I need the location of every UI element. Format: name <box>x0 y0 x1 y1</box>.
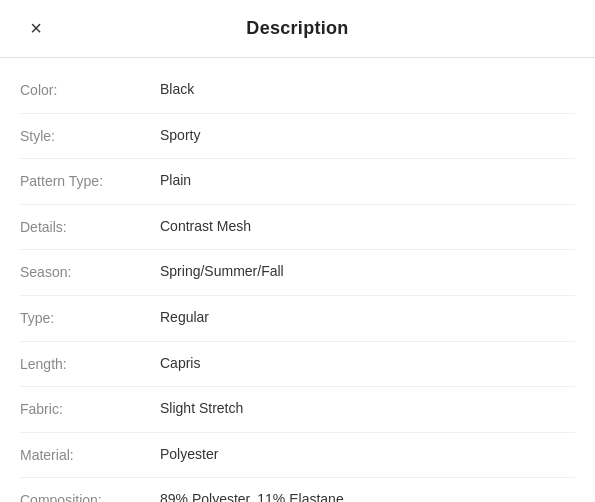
row-value: Polyester <box>160 445 575 465</box>
row-label: Fabric: <box>20 399 160 420</box>
modal-title: Description <box>246 18 348 39</box>
description-content: Color:BlackStyle:SportyPattern Type:Plai… <box>0 58 595 502</box>
row-label: Style: <box>20 126 160 147</box>
row-value: Plain <box>160 171 575 191</box>
table-row: Length:Capris <box>20 342 575 388</box>
row-label: Season: <box>20 262 160 283</box>
row-label: Color: <box>20 80 160 101</box>
row-value: Black <box>160 80 575 100</box>
row-value: Slight Stretch <box>160 399 575 419</box>
table-row: Season:Spring/Summer/Fall <box>20 250 575 296</box>
modal-header: × Description <box>0 0 595 58</box>
table-row: Type:Regular <box>20 296 575 342</box>
row-value: Capris <box>160 354 575 374</box>
row-value: Sporty <box>160 126 575 146</box>
table-row: Composition:89% Polyester, 11% Elastane <box>20 478 575 502</box>
row-value: Spring/Summer/Fall <box>160 262 575 282</box>
row-value: Regular <box>160 308 575 328</box>
row-value: Contrast Mesh <box>160 217 575 237</box>
row-label: Details: <box>20 217 160 238</box>
row-value: 89% Polyester, 11% Elastane <box>160 490 575 502</box>
table-row: Fabric:Slight Stretch <box>20 387 575 433</box>
table-row: Pattern Type:Plain <box>20 159 575 205</box>
close-button[interactable]: × <box>20 13 52 45</box>
table-row: Material:Polyester <box>20 433 575 479</box>
table-row: Color:Black <box>20 68 575 114</box>
description-modal: × Description Color:BlackStyle:SportyPat… <box>0 0 595 502</box>
row-label: Length: <box>20 354 160 375</box>
table-row: Style:Sporty <box>20 114 575 160</box>
row-label: Material: <box>20 445 160 466</box>
row-label: Pattern Type: <box>20 171 160 192</box>
row-label: Composition: <box>20 490 160 502</box>
table-row: Details:Contrast Mesh <box>20 205 575 251</box>
row-label: Type: <box>20 308 160 329</box>
